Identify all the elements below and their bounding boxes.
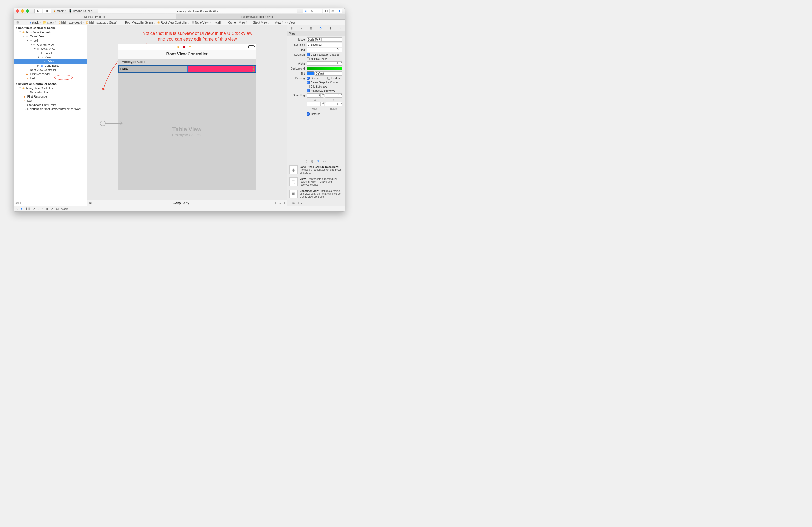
library-filter-input[interactable] <box>296 201 343 205</box>
hide-debug-icon[interactable]: ▽ <box>16 207 18 210</box>
outline-item[interactable]: ➜Exit <box>14 99 87 103</box>
step-in-icon[interactable]: ↓ <box>38 207 39 210</box>
outline-item[interactable]: ◆First Responder <box>14 72 87 76</box>
outline-toggle-button[interactable]: ▣ <box>89 201 92 205</box>
resize-handle[interactable] <box>253 71 254 72</box>
alpha-field[interactable]: 1▴▾ <box>307 61 343 65</box>
zoom-button[interactable] <box>26 10 29 13</box>
tab-main-storyboard[interactable]: Main.storyboard <box>14 14 176 19</box>
scene-header[interactable]: ▼Root View Controller Scene <box>14 26 87 30</box>
stop-button[interactable]: ■ <box>43 9 51 13</box>
outline-item[interactable]: LLabel <box>14 51 87 55</box>
user-interaction-checkbox[interactable]: ✓ <box>307 53 310 56</box>
back-button[interactable]: ‹ <box>20 20 24 25</box>
stretch-w-field[interactable]: 1▴▾ <box>307 102 324 106</box>
file-inspector-tab[interactable]: ▯ <box>290 26 294 30</box>
add-tab-button[interactable]: + <box>338 14 345 19</box>
size-class-control[interactable]: wAny hAny <box>92 201 271 205</box>
minimize-button[interactable] <box>21 10 24 13</box>
file-templates-tab[interactable]: ▯ <box>306 160 307 163</box>
media-library-tab[interactable]: ▭ <box>323 160 326 163</box>
prototype-cell[interactable]: Label <box>118 65 256 73</box>
outline-item[interactable]: →Storyboard Entry Point <box>14 103 87 107</box>
scheme-selector[interactable]: ▲ stack 〉 📱 iPhone 6s Plus <box>53 9 92 13</box>
mode-select[interactable]: Scale To Fill⌄ <box>307 37 343 42</box>
navigation-bar: Root View Controller <box>118 50 256 59</box>
opaque-checkbox[interactable]: ✓ <box>307 77 310 80</box>
step-over-icon[interactable]: ⟳ <box>33 207 35 210</box>
canvas[interactable]: Notice that this is subview of UIView in… <box>87 25 287 206</box>
clip-subviews-checkbox[interactable] <box>307 85 310 88</box>
stretch-y-field[interactable]: 0▴▾ <box>325 93 343 97</box>
outline-item[interactable]: ◌Relationship "root view controller" to … <box>14 107 87 111</box>
outline-item[interactable]: ▼▭cell <box>14 39 87 43</box>
cell-label[interactable]: Label <box>119 66 187 72</box>
outline-item[interactable]: ➜Exit <box>14 76 87 80</box>
pause-icon[interactable]: ❚❚ <box>25 207 30 210</box>
stretch-x-field[interactable]: 0▴▾ <box>307 93 324 97</box>
tag-field[interactable]: 0▴▾ <box>307 48 343 52</box>
stretch-h-field[interactable]: 1▴▾ <box>325 102 343 106</box>
outline-item[interactable]: ◆First Responder <box>14 94 87 99</box>
size-inspector-tab[interactable]: ▮ <box>328 26 333 30</box>
toggle-utilities-button[interactable]: ◨ <box>336 9 342 13</box>
pin-button[interactable]: ⊩ <box>275 201 277 205</box>
process-label[interactable]: stack <box>61 207 68 210</box>
outline-item[interactable]: ‹Root View Controller <box>14 68 87 72</box>
code-snippets-tab[interactable]: {} <box>311 160 313 163</box>
outline-item[interactable]: ▼⫼Stack View <box>14 47 87 51</box>
related-items-icon[interactable]: ⊞ <box>15 20 20 25</box>
assistant-editor-button[interactable]: ◎ <box>309 9 316 13</box>
quick-help-tab[interactable]: ? <box>299 27 304 30</box>
tint-select[interactable]: Default⌄ <box>315 71 343 76</box>
hidden-checkbox[interactable] <box>327 77 330 80</box>
align-button[interactable]: ⊞ <box>271 201 273 205</box>
close-button[interactable] <box>16 10 19 13</box>
attributes-inspector-tab[interactable]: ⬘ <box>318 26 323 30</box>
jump-bar[interactable]: ⊞ ‹ › ■stack〉 📁stack〉 ◻Main.storyboard〉 … <box>14 20 345 25</box>
connections-inspector-tab[interactable]: ➔ <box>337 26 342 30</box>
outline-item-selected[interactable]: ▭View <box>14 59 87 63</box>
outline-item[interactable]: ▼▭View <box>14 55 87 59</box>
toggle-navigator-button[interactable]: ◧ <box>323 9 330 13</box>
installed-checkbox[interactable]: ✓ <box>307 112 310 116</box>
library-item[interactable]: ▢ View - Represents a rectangular region… <box>287 176 345 188</box>
resize-button[interactable]: ⊡ <box>282 201 285 205</box>
background-colorwell[interactable] <box>307 67 343 70</box>
outline-item[interactable]: ▼◉Navigation Controller <box>14 86 87 90</box>
autoresize-checkbox[interactable]: ✓ <box>307 89 310 92</box>
outline-item[interactable]: ▼▤Table View <box>14 34 87 39</box>
location-icon[interactable]: ➤ <box>51 207 53 210</box>
object-library-tab[interactable]: ◎ <box>317 160 319 163</box>
resize-handle[interactable] <box>253 66 254 67</box>
scene-canvas[interactable]: ◉▣▤ Root View Controller Prototype Cells… <box>118 44 256 190</box>
outline-item[interactable]: ▼◉Root View Controller <box>14 30 87 34</box>
version-editor-button[interactable]: ↔ <box>316 9 322 13</box>
semantic-select[interactable]: Unspecified⌄ <box>307 43 343 47</box>
scene-header[interactable]: ▼Navigation Controller Scene <box>14 82 87 86</box>
forward-button[interactable]: › <box>25 20 29 25</box>
clears-context-checkbox[interactable]: ✓ <box>307 81 310 84</box>
outline-item[interactable]: ▭Navigation Bar <box>14 90 87 94</box>
tab-tableviewcontroller[interactable]: TableViewController.swift <box>176 14 338 19</box>
debug-view-icon[interactable]: ▣ <box>46 207 48 210</box>
breakpoints-icon[interactable]: ▶ <box>21 207 23 210</box>
multiple-touch-checkbox[interactable] <box>307 57 310 60</box>
outline-item[interactable]: ▼▭Content View <box>14 43 87 47</box>
step-out-icon[interactable]: ↑ <box>42 207 43 210</box>
toggle-debug-button[interactable]: ▭ <box>330 9 336 13</box>
outline-item[interactable]: ▶▦Constraints <box>14 63 87 68</box>
library-item[interactable]: ▣ Container View - Defines a region of a… <box>287 188 345 200</box>
outline-filter-input[interactable] <box>18 201 85 205</box>
resolve-button[interactable]: △ <box>279 201 281 205</box>
status-bar: ◉▣▤ <box>118 44 256 50</box>
library-item[interactable]: ◉ Long Press Gesture Recognizer - Provid… <box>287 164 345 176</box>
selected-view[interactable] <box>188 66 255 72</box>
grid-view-icon[interactable]: ⊞ <box>289 201 291 205</box>
standard-editor-button[interactable]: ≡ <box>303 9 309 13</box>
tint-colorwell[interactable] <box>307 71 314 75</box>
object-library: ◉ Long Press Gesture Recognizer - Provid… <box>287 164 345 200</box>
run-button[interactable]: ▶ <box>34 9 42 13</box>
identity-inspector-tab[interactable]: ▦ <box>309 26 314 30</box>
resize-handle[interactable] <box>253 68 254 70</box>
